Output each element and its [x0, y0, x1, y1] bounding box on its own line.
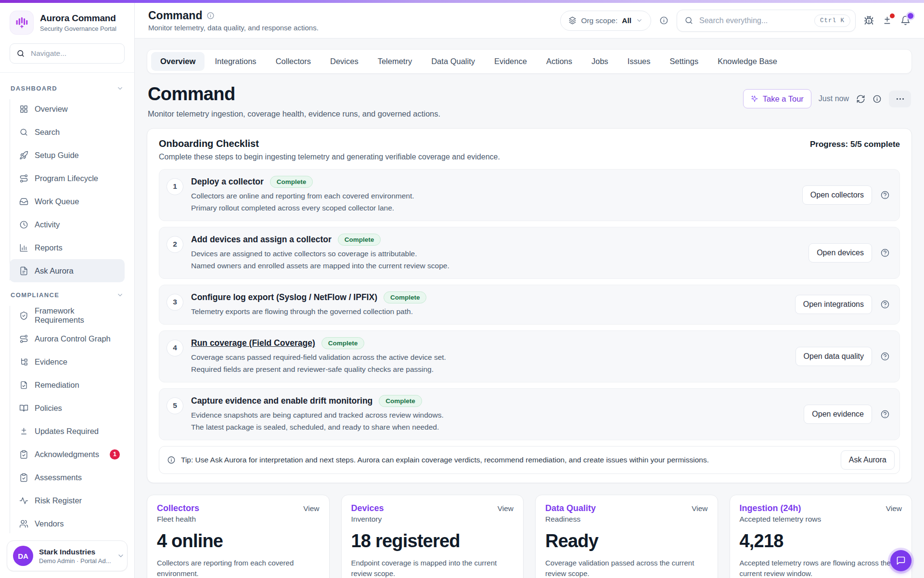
stats-grid: Collectors View Fleet health 4 online Co… — [147, 495, 912, 578]
sidebar-item[interactable]: Risk Register — [18, 489, 125, 512]
sidebar-item[interactable]: Vendors — [18, 512, 125, 535]
updates-icon[interactable] — [882, 15, 892, 26]
tab[interactable]: Overview — [151, 52, 205, 71]
bug-report-icon[interactable] — [864, 15, 874, 26]
stat-subtitle: Fleet health — [157, 515, 320, 524]
file-icon — [19, 266, 28, 276]
step-title: Configure log export (Syslog / NetFlow /… — [191, 292, 377, 302]
org-scope-selector[interactable]: Org scope: All — [560, 11, 651, 31]
sparkles-icon — [751, 95, 758, 103]
tab[interactable]: Devices — [321, 52, 368, 71]
step-description: Evidence snapshots are being captured an… — [191, 409, 793, 420]
alert-dot — [890, 13, 895, 18]
sidebar-item[interactable]: Aurora Control Graph — [18, 327, 125, 350]
bell-icon[interactable] — [900, 15, 911, 26]
org-scope-value: All — [622, 16, 631, 25]
dashboard-items: Overview Search Setup Guide — [10, 97, 125, 282]
help-icon[interactable] — [880, 300, 890, 309]
step-action-button[interactable]: Open devices — [808, 243, 872, 263]
route-icon — [19, 174, 28, 183]
clipboard-check-icon — [19, 473, 28, 482]
step-action-button[interactable]: Open evidence — [804, 405, 872, 424]
chevron-down-icon — [117, 552, 125, 560]
sidebar-item[interactable]: Acknowledgments 1 — [18, 443, 125, 466]
header-subtitle: Monitor telemetry, data quality, and res… — [148, 24, 319, 32]
step-description: Named owners and enrolled assets are map… — [191, 260, 798, 271]
global-search-input[interactable] — [698, 16, 809, 26]
chart-icon — [19, 243, 28, 252]
sidebar-item[interactable]: Assessments — [18, 466, 125, 489]
inbox-icon — [19, 197, 28, 206]
top-accent-bar — [0, 0, 924, 3]
tab[interactable]: Telemetry — [369, 52, 422, 71]
view-link[interactable]: View — [886, 504, 902, 513]
sidebar-navigate-search[interactable] — [10, 43, 125, 64]
more-options-button[interactable] — [889, 91, 911, 107]
file-check-icon — [19, 381, 28, 390]
help-icon[interactable] — [880, 409, 890, 419]
sidebar-item[interactable]: Reports — [18, 236, 125, 259]
sidebar-item-label: Ask Aurora — [35, 266, 74, 276]
stat-value: Ready — [545, 531, 708, 552]
chat-widget-button[interactable] — [890, 550, 911, 571]
sidebar: Aurora Command Security Governance Porta… — [0, 3, 135, 578]
tab[interactable]: Settings — [661, 52, 708, 71]
view-link[interactable]: View — [692, 504, 707, 513]
user-menu[interactable]: DA Stark Industries Demo Admin · Portal … — [7, 540, 128, 571]
help-icon[interactable] — [880, 352, 890, 361]
info-icon[interactable] — [206, 12, 215, 20]
sidebar-item[interactable]: Setup Guide — [18, 144, 125, 167]
sidebar-item[interactable]: Overview — [18, 97, 125, 120]
search-icon — [684, 16, 693, 25]
sidebar-item[interactable]: Evidence — [18, 350, 125, 373]
stat-title: Devices — [351, 503, 384, 513]
tab[interactable]: Knowledge Base — [708, 52, 786, 71]
sidebar-item[interactable]: Remediation — [18, 373, 125, 396]
users-icon — [19, 519, 28, 528]
brand-name: Aurora Command — [40, 13, 116, 24]
sidebar-item-label: Framework Requirements — [35, 306, 120, 325]
sidebar-item-label: Acknowledgments — [35, 450, 99, 459]
sidebar-item[interactable]: Ask Aurora — [10, 259, 125, 282]
tab[interactable]: Actions — [537, 52, 581, 71]
sidebar-item[interactable]: Work Queue — [18, 190, 125, 213]
tab[interactable]: Data Quality — [422, 52, 484, 71]
tab[interactable]: Integrations — [205, 52, 265, 71]
view-link[interactable]: View — [498, 504, 513, 513]
shortcut-hint: Ctrl K — [814, 14, 850, 27]
sidebar-item[interactable]: Program Lifecycle — [18, 167, 125, 190]
aurora-logo-icon — [10, 11, 34, 35]
tab[interactable]: Jobs — [582, 52, 617, 71]
status-badge: Complete — [384, 291, 427, 303]
global-search[interactable]: Ctrl K — [677, 10, 856, 32]
sidebar-item[interactable]: Framework Requirements — [18, 304, 125, 327]
tab[interactable]: Issues — [618, 52, 660, 71]
info-icon[interactable] — [659, 16, 668, 25]
checklist-progress: Progress: 5/5 complete — [810, 140, 900, 149]
shield-check-icon — [19, 311, 28, 320]
help-icon[interactable] — [880, 190, 890, 200]
sidebar-item[interactable]: Search — [18, 120, 125, 144]
layers-icon — [568, 16, 577, 25]
step-action-button[interactable]: Open data quality — [796, 347, 872, 366]
info-icon — [167, 456, 176, 464]
tab[interactable]: Evidence — [485, 52, 536, 71]
user-org-name: Stark Industries — [39, 548, 111, 556]
sidebar-section-dashboard[interactable]: DASHBOARD — [10, 79, 125, 97]
sidebar-item[interactable]: Policies — [18, 396, 125, 420]
info-icon[interactable] — [873, 94, 882, 104]
ask-aurora-button[interactable]: Ask Aurora — [841, 450, 895, 470]
org-scope-label: Org scope: — [581, 16, 617, 25]
take-a-tour-button[interactable]: Take a Tour — [743, 89, 811, 108]
step-action-button[interactable]: Open collectors — [802, 185, 872, 205]
sidebar-section-compliance[interactable]: COMPLIANCE — [10, 286, 125, 304]
help-icon[interactable] — [880, 248, 890, 258]
stat-subtitle: Accepted telemetry rows — [740, 515, 902, 524]
step-action-button[interactable]: Open integrations — [795, 295, 872, 314]
sidebar-item[interactable]: Activity — [18, 213, 125, 236]
sidebar-item[interactable]: Updates Required — [18, 420, 125, 443]
refresh-icon[interactable] — [856, 94, 865, 104]
navigate-input[interactable] — [30, 49, 118, 58]
view-link[interactable]: View — [303, 504, 319, 513]
tab[interactable]: Collectors — [267, 52, 320, 71]
